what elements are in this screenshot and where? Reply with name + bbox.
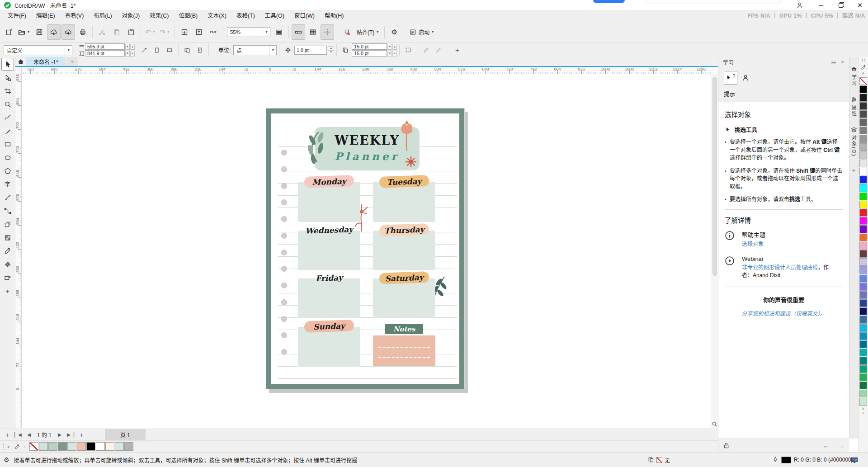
close-button[interactable]: ✕ (852, 0, 868, 11)
redo-button[interactable]: ↷▼ (158, 24, 172, 40)
webinar-link[interactable]: 非专业的图形设计人员处理曲线 (742, 264, 818, 271)
color-swatch[interactable] (859, 250, 867, 258)
color-swatch[interactable] (859, 332, 867, 340)
color-swatch[interactable] (58, 442, 67, 451)
dup-y-up[interactable]: ▲ (392, 51, 397, 57)
first-page-button[interactable]: ▏◀ (13, 429, 24, 440)
color-swatch[interactable] (859, 283, 867, 291)
menu-item[interactable]: 文本(X) (203, 11, 231, 21)
nudge-offset-field[interactable]: 1.0 pt (294, 46, 327, 55)
edit-fill-button[interactable] (433, 45, 444, 56)
lock-icon[interactable] (723, 442, 730, 449)
docker-close-icon[interactable]: ✕ (841, 60, 844, 65)
day-card-tuesday[interactable] (373, 182, 435, 222)
zoom-level-combo[interactable]: 55%▼ (227, 27, 270, 37)
page-width-field[interactable]: 595.3 pt (85, 43, 125, 50)
vertical-scrollbar-thumb[interactable] (712, 77, 717, 276)
publish-pdf-button[interactable]: PDF (207, 24, 220, 40)
add-page-after-button[interactable]: + (76, 429, 87, 440)
print-button[interactable] (76, 24, 90, 40)
all-pages-button[interactable] (181, 45, 193, 56)
color-swatch[interactable] (859, 382, 867, 389)
current-page-button[interactable] (194, 45, 206, 56)
freehand-tool[interactable] (1, 111, 14, 124)
color-swatch[interactable] (859, 390, 867, 397)
color-swatch[interactable] (859, 176, 867, 184)
help-topic-link[interactable]: 选择对象 (742, 241, 765, 248)
color-swatch[interactable] (859, 316, 867, 323)
vertical-scrollbar[interactable] (711, 74, 718, 429)
show-guidelines-button[interactable] (321, 24, 334, 40)
export-button[interactable] (192, 24, 206, 40)
open-button[interactable]: ▼ (17, 24, 32, 40)
polygon-tool[interactable] (1, 165, 14, 177)
menu-item[interactable]: 帮助(H) (320, 11, 349, 21)
planner-page[interactable]: WEEKLY Planner MondayTuesdayWednesdayThu… (266, 108, 465, 389)
cloud-upload-button[interactable] (61, 24, 75, 40)
dup-x-up[interactable]: ▲ (392, 44, 397, 50)
artistic-media-tool[interactable] (1, 125, 14, 137)
crop-tool[interactable] (1, 85, 14, 97)
prev-page-button[interactable]: ◀ (24, 429, 34, 440)
status-gear-icon[interactable]: ⚙ (4, 456, 9, 463)
color-swatch[interactable] (105, 442, 114, 451)
document-palette-eyedropper-icon[interactable] (14, 443, 20, 450)
menu-item[interactable]: 查看(V) (60, 11, 89, 21)
options-button[interactable]: ⚙ (387, 24, 401, 40)
duplicate-y-field[interactable]: 15.0 pt (352, 50, 387, 57)
launch-menu[interactable]: 启动▼ (406, 25, 437, 39)
rectangle-tool[interactable] (1, 138, 14, 151)
color-swatch[interactable] (859, 102, 867, 110)
cloud-download-button[interactable] (47, 24, 61, 40)
nudge-up[interactable]: ▲ (328, 46, 334, 50)
home-icon[interactable] (15, 57, 26, 66)
color-swatch[interactable] (859, 127, 867, 134)
color-swatch[interactable] (859, 373, 867, 381)
dup-x-down[interactable]: ▼ (387, 44, 392, 50)
color-swatch[interactable] (48, 442, 57, 451)
color-swatch[interactable] (859, 299, 867, 307)
text-tool[interactable]: 字 (1, 178, 14, 191)
docker-tab-学习[interactable]: 学习 (850, 66, 858, 86)
day-card-monday[interactable] (298, 182, 360, 222)
ellipse-tool[interactable] (1, 151, 14, 164)
docker-tab-对象(O)[interactable]: 对象(O) (850, 127, 858, 157)
notes-header[interactable]: Notes (385, 324, 423, 334)
duplicate-x-field[interactable]: 15.0 pt (352, 43, 387, 50)
smart-fill-tool[interactable] (1, 271, 14, 284)
save-button[interactable] (33, 24, 46, 40)
color-swatch[interactable] (859, 184, 867, 192)
palette-scroll-up[interactable]: ∧ (862, 71, 865, 75)
color-swatch[interactable] (77, 442, 86, 451)
color-swatch[interactable] (859, 307, 867, 315)
page-height-field[interactable]: 841.9 pt (85, 50, 125, 57)
presenter-launcher-icon[interactable] (792, 0, 807, 11)
new-document-tab-button[interactable]: + (66, 57, 78, 66)
menu-item[interactable]: 对象(J) (117, 11, 145, 21)
page-width-down[interactable]: ▼ (125, 44, 130, 50)
color-swatch[interactable] (859, 193, 867, 200)
document-palette-grip[interactable] (1, 443, 4, 450)
page-height-up[interactable]: ▲ (130, 51, 135, 57)
propbar-add-button[interactable]: + (451, 45, 463, 56)
zoom-indicator-icon[interactable] (712, 420, 717, 428)
color-swatch[interactable] (115, 442, 124, 451)
color-swatch[interactable] (859, 291, 867, 299)
minimize-button[interactable]: ─ (812, 0, 830, 11)
color-swatch[interactable] (859, 225, 867, 233)
transparency-tool[interactable] (1, 231, 14, 244)
import-button[interactable] (178, 24, 191, 40)
vertical-ruler[interactable]: 936864792720648576504432360288216144720 (15, 74, 22, 429)
color-swatch[interactable] (859, 143, 867, 151)
color-swatch[interactable] (859, 324, 867, 332)
color-eyedropper-tool[interactable] (1, 245, 14, 257)
color-swatch[interactable] (859, 242, 867, 250)
interactive-fill-tool[interactable] (1, 258, 14, 271)
show-grid-button[interactable] (306, 24, 320, 40)
color-swatch[interactable] (859, 234, 867, 241)
last-page-button[interactable]: ▶▕ (65, 429, 76, 440)
pick-tool[interactable] (1, 58, 14, 71)
restore-button[interactable] (832, 0, 850, 11)
landscape-button[interactable] (164, 45, 175, 56)
add-tools[interactable]: + (1, 285, 14, 297)
